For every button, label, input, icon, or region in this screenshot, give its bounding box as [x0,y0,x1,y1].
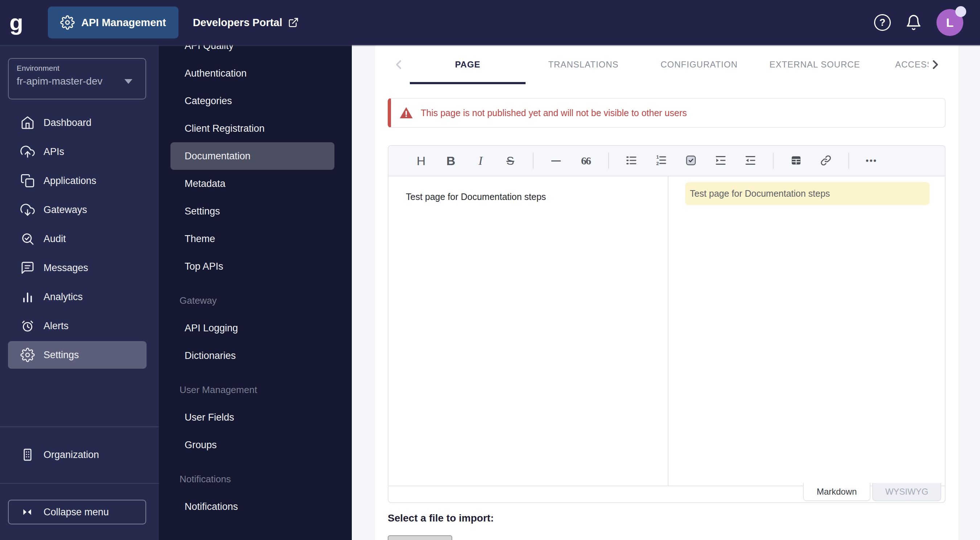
sidebar-item-label: Alerts [43,320,68,332]
toolbar-divider [773,153,774,169]
sidebar-item-audit[interactable]: Audit [8,225,146,253]
tab-translations[interactable]: TRANSLATIONS [525,45,641,84]
sidebar-item-gateways[interactable]: Gateways [8,196,146,223]
import-file-label: Select a file to import: [388,513,945,524]
settings-nav-item-dictionaries[interactable]: Dictionaries [170,342,334,370]
sidebar-item-label: Dashboard [43,117,91,129]
indent-button[interactable] [711,151,730,170]
help-button[interactable]: ? [874,14,891,31]
tab-configuration[interactable]: CONFIGURATION [641,45,757,84]
settings-nav-item-client-registration[interactable]: Client Registration [170,115,334,142]
more-options-button[interactable]: ••• [862,151,881,170]
cloud-download-icon [20,202,35,217]
tab-external-source[interactable]: EXTERNAL SOURCE [757,45,873,84]
environment-value: fr-apim-master-dev [17,75,102,87]
collapse-menu-button[interactable]: Collapse menu [8,500,146,524]
bar-chart-icon [20,290,35,304]
settings-nav-item-authentication[interactable]: Authentication [170,59,334,87]
sidebar-item-apis[interactable]: APIs [8,138,146,166]
editor-footer: Markdown WYSIWYG [388,486,945,502]
user-avatar[interactable]: L [937,9,963,36]
external-link-icon [288,17,299,28]
toolbar-divider [533,153,533,169]
environment-selector[interactable]: Environment fr-apim-master-dev [8,58,146,99]
outdent-button[interactable] [741,151,760,170]
documentation-page-card: PAGE TRANSLATIONS CONFIGURATION EXTERNAL… [375,45,958,540]
gear-icon [60,15,75,30]
italic-button[interactable]: I [471,151,490,170]
tabs-viewport: PAGE TRANSLATIONS CONFIGURATION EXTERNAL… [410,45,929,84]
markdown-source-pane[interactable]: Test page for Documentation steps [388,176,668,486]
ordered-list-icon: 12 [655,154,668,168]
table-button[interactable] [787,151,805,170]
notifications-bell-button[interactable] [905,14,922,31]
tab-page[interactable]: PAGE [410,45,525,84]
settings-nav-item-top-apis[interactable]: Top APIs [170,253,334,280]
sidebar-item-messages[interactable]: Messages [8,254,146,282]
tab-access[interactable]: ACCESS [873,45,929,84]
ellipsis-icon: ••• [866,156,877,166]
sidebar-item-alerts[interactable]: Alerts [8,312,146,340]
api-management-button[interactable]: API Management [48,6,178,38]
bullet-list-icon [625,154,638,168]
home-icon [20,115,35,130]
sidebar-item-label: Settings [43,349,79,361]
settings-nav-group-notifications: Notifications [159,465,352,493]
tabs-scroll-right-icon[interactable] [928,45,943,84]
sidebar-item-settings[interactable]: Settings [8,341,146,369]
link-button[interactable] [816,151,835,170]
settings-nav-item-categories[interactable]: Categories [170,87,334,115]
main-sidebar: Environment fr-apim-master-dev Dashboard… [0,0,159,540]
horizontal-rule-button[interactable] [547,151,565,170]
italic-icon: I [478,154,482,168]
tab-bar: PAGE TRANSLATIONS CONFIGURATION EXTERNAL… [388,45,945,84]
strikethrough-icon: S [506,154,514,168]
gear-icon [20,348,35,362]
indent-icon [714,154,727,168]
blockquote-button[interactable]: 66 [576,151,595,170]
tabs-scroll-left-icon[interactable] [391,45,407,84]
bold-button[interactable]: B [441,151,460,170]
settings-nav-item-api-logging[interactable]: API Logging [170,314,334,342]
settings-nav-item-groups[interactable]: Groups [170,431,334,459]
cloud-upload-icon [20,145,35,159]
sidebar-item-applications[interactable]: Applications [8,167,146,194]
alarm-clock-icon [20,319,35,333]
strikethrough-button[interactable]: S [501,151,520,170]
ordered-list-button[interactable]: 12 [652,151,671,170]
settings-nav-item-theme[interactable]: Theme [170,225,334,253]
sidebar-item-analytics[interactable]: Analytics [8,283,146,311]
heading-button[interactable]: H [412,151,431,170]
bell-icon [905,14,922,31]
settings-nav-item-metadata[interactable]: Metadata [170,170,334,198]
settings-nav-item-user-fields[interactable]: User Fields [170,403,334,431]
sidebar-item-label: Messages [43,262,88,274]
choose-file-button[interactable] [388,535,452,540]
settings-nav-item-documentation[interactable]: Documentation [170,142,334,170]
sidebar-item-organization[interactable]: Organization [8,441,146,468]
settings-nav-item-settings[interactable]: Settings [170,198,334,225]
bullet-list-button[interactable] [622,151,641,170]
checklist-button[interactable] [681,151,700,170]
gravitee-logo[interactable]: g [0,11,33,34]
preview-highlight: Test page for Documentation steps [685,182,929,205]
audit-search-icon [20,231,35,246]
collapse-menu-label: Collapse menu [43,507,109,518]
settings-nav-item-notifications[interactable]: Notifications [170,493,334,521]
help-icon: ? [880,17,886,28]
sidebar-item-dashboard[interactable]: Dashboard [8,109,146,137]
sidebar-item-label: Gateways [43,204,87,215]
settings-nav-group-gateway: Gateway [159,287,352,314]
toolbar-divider [608,153,609,169]
sidebar-divider [0,427,159,427]
settings-sidebar: API Quality Authentication Categories Cl… [159,0,352,540]
developers-portal-link[interactable]: Developers Portal [193,17,299,29]
outdent-icon [744,154,757,168]
unpublished-warning-banner: This page is not published yet and will … [388,98,945,128]
wysiwyg-mode-tab[interactable]: WYSIWYG [872,483,941,501]
markdown-mode-tab[interactable]: Markdown [803,483,870,501]
environment-label: Environment [17,64,137,73]
svg-text:1: 1 [657,154,659,159]
blockquote-icon: 66 [581,155,590,167]
sidebar-item-label: APIs [43,146,64,158]
